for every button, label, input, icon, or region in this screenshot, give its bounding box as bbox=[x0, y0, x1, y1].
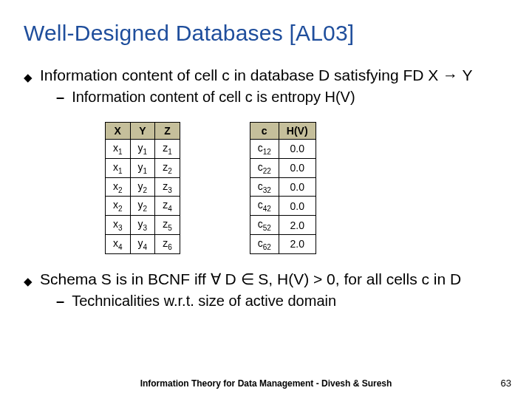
table-cell: y4 bbox=[130, 234, 155, 253]
table-row: c522.0 bbox=[250, 216, 316, 235]
table-cell: c22 bbox=[250, 158, 279, 177]
subbullet-1-text: Information content of cell c is entropy… bbox=[72, 89, 355, 106]
slide-title: Well-Designed Databases [AL03] bbox=[24, 21, 508, 46]
table-cell: 0.0 bbox=[279, 140, 316, 159]
table-row: x2y2z4 bbox=[106, 197, 180, 216]
table-cell: 0.0 bbox=[279, 197, 316, 216]
table-row: x3y3z5 bbox=[106, 216, 180, 235]
table-row: c320.0 bbox=[250, 177, 316, 197]
col-header: c bbox=[250, 123, 279, 140]
table-row: c120.0 bbox=[250, 140, 316, 159]
bullet-1-text: Information content of cell c in databas… bbox=[40, 66, 473, 84]
table-cell: c42 bbox=[250, 197, 279, 216]
table-cell: 0.0 bbox=[279, 177, 316, 197]
table-cell: x4 bbox=[106, 234, 131, 253]
table-cell: z1 bbox=[155, 140, 180, 159]
table-cell: y1 bbox=[130, 158, 155, 177]
dash-icon: – bbox=[56, 89, 64, 106]
table-cell: z2 bbox=[155, 158, 180, 177]
table-chv: c H(V) c120.0c220.0c320.0c420.0c522.0c62… bbox=[250, 122, 316, 254]
table-cell: c12 bbox=[250, 140, 279, 159]
subbullet-1: – Information content of cell c is entro… bbox=[56, 89, 508, 106]
table-cell: x1 bbox=[106, 140, 131, 159]
table-row: x4y4z6 bbox=[106, 234, 180, 253]
table-xyz: X Y Z x1y1z1x1y1z2x2y2z3x2y2z4x3y3z5x4y4… bbox=[105, 122, 180, 254]
table-row: c220.0 bbox=[250, 158, 316, 177]
table-cell: c62 bbox=[250, 234, 279, 253]
table-cell: 2.0 bbox=[279, 234, 316, 253]
col-header: H(V) bbox=[279, 123, 316, 140]
table-cell: z6 bbox=[155, 234, 180, 253]
table-cell: y1 bbox=[130, 140, 155, 159]
table-cell: 0.0 bbox=[279, 158, 316, 177]
table-cell: y2 bbox=[130, 177, 155, 197]
table-row: x2y2z3 bbox=[106, 177, 180, 197]
col-header: Y bbox=[130, 123, 155, 140]
table-row: c622.0 bbox=[250, 234, 316, 253]
table-row: x1y1z1 bbox=[106, 140, 180, 159]
table-cell: x1 bbox=[106, 158, 131, 177]
table-cell: x2 bbox=[106, 177, 131, 197]
table-row: x1y1z2 bbox=[106, 158, 180, 177]
table-cell: x2 bbox=[106, 197, 131, 216]
col-header: X bbox=[106, 123, 131, 140]
table-cell: y2 bbox=[130, 197, 155, 216]
diamond-icon: ◆ bbox=[24, 275, 33, 288]
table-cell: c52 bbox=[250, 216, 279, 235]
table-cell: x3 bbox=[106, 216, 131, 235]
table-cell: c32 bbox=[250, 177, 279, 197]
dash-icon: – bbox=[56, 293, 64, 310]
subbullet-2-text: Technicalities w.r.t. size of active dom… bbox=[72, 293, 336, 310]
subbullet-2: – Technicalities w.r.t. size of active d… bbox=[56, 293, 508, 310]
table-cell: z4 bbox=[155, 197, 180, 216]
diamond-icon: ◆ bbox=[24, 71, 33, 84]
page-number: 63 bbox=[501, 378, 511, 389]
bullet-1: ◆ Information content of cell c in datab… bbox=[24, 66, 508, 84]
tables-container: X Y Z x1y1z1x1y1z2x2y2z3x2y2z4x3y3z5x4y4… bbox=[105, 122, 508, 254]
col-header: Z bbox=[155, 123, 180, 140]
bullet-2: ◆ Schema S is in BCNF iff ∀ D ∈ S, H(V) … bbox=[24, 270, 508, 288]
table-row: c420.0 bbox=[250, 197, 316, 216]
bullet-2-text: Schema S is in BCNF iff ∀ D ∈ S, H(V) > … bbox=[40, 270, 461, 288]
table-cell: 2.0 bbox=[279, 216, 316, 235]
table-cell: y3 bbox=[130, 216, 155, 235]
table-cell: z5 bbox=[155, 216, 180, 235]
footer-text: Information Theory for Data Management -… bbox=[0, 378, 532, 389]
table-cell: z3 bbox=[155, 177, 180, 197]
